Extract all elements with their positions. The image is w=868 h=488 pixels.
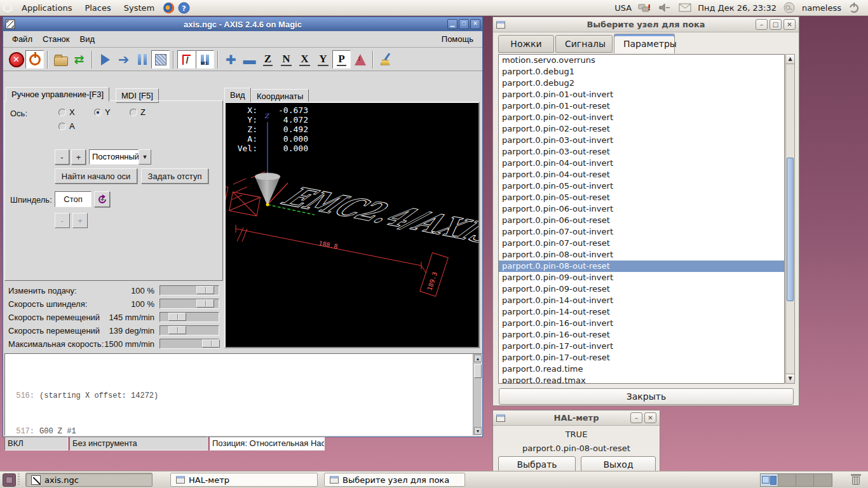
spindle-faster-button[interactable]: + [72,213,88,228]
spindle-forward-button[interactable] [94,191,110,207]
hal-parameter-item[interactable]: parport.0.pin-01-out-reset [499,100,784,112]
keyboard-layout-indicator[interactable]: USA [614,3,632,13]
scroll-down-icon[interactable]: ▼ [786,374,794,383]
system-menu[interactable]: System [118,0,161,16]
slider-track[interactable] [159,339,219,349]
slider-handle[interactable] [196,286,214,294]
spindle-slower-button[interactable]: - [55,213,70,228]
close-button[interactable]: ✕ [783,19,796,30]
slider-handle[interactable] [196,299,214,308]
scrollbar-thumb[interactable] [787,158,794,301]
hal-parameter-item[interactable]: parport.0.pin-05-out-invert [499,180,784,192]
view-side-button[interactable]: X [295,50,314,69]
trash-icon[interactable] [849,473,863,487]
hal-parameter-item[interactable]: parport.0.pin-08-out-invert [499,249,784,261]
workspace-3[interactable] [796,474,814,486]
maximize-button[interactable]: □ [459,19,469,29]
hal-parameter-item[interactable]: parport.0.pin-07-out-invert [499,226,784,238]
hal-parameter-item[interactable]: parport.0.pin-04-out-invert [499,158,784,169]
spindle-stop-button[interactable]: Стоп [55,191,92,207]
user-avatar-icon[interactable] [783,1,796,14]
applications-menu[interactable]: Applications [15,0,78,16]
scrollbar-thumb[interactable] [474,364,482,378]
gcode-listing[interactable]: 516:(starting X offset: 14272) 517:G00 Z… [4,353,482,436]
hal-parameter-item[interactable]: parport.0.pin-17-out-invert [499,341,784,352]
hal-parameter-item[interactable]: parport.0.debug1 [499,66,784,78]
hal-parameter-item[interactable]: parport.0.pin-06-out-reset [499,215,784,226]
hal-parameter-list[interactable]: motion.servo.overruns parport.0.debug1 p… [498,54,785,384]
zoom-in-button[interactable]: ✚ [222,50,240,69]
hal-parameter-item[interactable]: parport.0.pin-14-out-invert [499,295,784,306]
tab-signals[interactable]: Сигналы [555,35,613,53]
hal-parameter-item[interactable]: parport.0.pin-01-out-invert [499,89,784,100]
tab-pins[interactable]: Ножки [498,35,554,53]
hal-parameter-item[interactable]: parport.0.debug2 [499,78,784,89]
scroll-down-icon[interactable]: ▼ [474,427,482,435]
volume-muted-icon[interactable] [658,1,671,14]
axis-radio-y[interactable]: Y [94,107,111,117]
menu-machine[interactable]: Станок [39,33,74,45]
hal-parameter-item[interactable]: parport.0.pin-08-out-reset [499,261,784,272]
axis-radio-a[interactable]: A [58,121,75,131]
jog-minus-button[interactable]: - [55,149,69,165]
mail-notification-icon[interactable] [679,1,691,14]
hal-parameter-item[interactable]: parport.0.pin-03-out-invert [499,135,784,146]
menu-file[interactable]: Файл [8,33,36,45]
hal-meter-titlebar[interactable]: HAL-метр – ✕ [493,410,660,426]
close-button[interactable]: ✕ [470,19,480,29]
hal-parameter-item[interactable]: parport.0.pin-06-out-invert [499,203,784,215]
hal-parameter-item[interactable]: parport.0.pin-05-out-reset [499,192,784,203]
view-perspective-button[interactable]: P [332,50,351,69]
hal-parameter-item[interactable]: parport.0.pin-16-out-reset [499,329,784,341]
view-top-button[interactable]: Z [259,50,277,69]
stop-program-button[interactable] [151,50,170,69]
workspace-1[interactable] [761,474,778,486]
emergency-stop-button[interactable]: ✕ [7,50,25,69]
scroll-up-icon[interactable]: ▲ [474,355,482,362]
places-menu[interactable]: Places [78,0,117,16]
optional-stop-toggle[interactable]: M1 [196,50,214,69]
hal-parameter-item[interactable]: parport.0.pin-09-out-invert [499,272,784,283]
close-button[interactable]: ✕ [644,412,656,423]
firefox-launcher-icon[interactable] [162,1,175,14]
taskbar-item-axis[interactable]: axis.ngc [25,473,153,487]
reload-file-button[interactable]: ⇄ [70,50,88,69]
workspace-4[interactable] [814,474,832,486]
skip-lines-toggle[interactable]: / [177,50,196,69]
machine-power-button[interactable] [25,50,44,69]
hal-parameter-item[interactable]: motion.servo.overruns [499,55,784,66]
taskbar-item-haldialog[interactable]: Выберите узел для пока [324,473,465,487]
gcode-line[interactable]: 517:G00 Z #1 [8,427,471,436]
hal-parameter-item[interactable]: parport.0.pin-16-out-invert [499,318,784,329]
view-front-button[interactable]: Y [314,50,332,69]
help-launcher-icon[interactable]: ? [177,1,190,14]
hal-parameter-item[interactable]: parport.0.pin-14-out-reset [499,306,784,318]
axis-radio-z[interactable]: Z [130,107,146,117]
user-name[interactable]: nameless [802,3,841,13]
zoom-out-button[interactable]: ▬ [240,50,259,69]
network-status-icon[interactable]: ! [638,1,651,14]
gcode-scrollbar[interactable]: ▲ ▼ [473,354,482,435]
hal-parameter-item[interactable]: parport.0.read.time [499,363,784,375]
slider-track[interactable] [159,285,219,295]
hal-list-scrollbar[interactable]: ▲ ▼ [785,54,795,384]
gcode-line[interactable]: 516:(starting X offset: 14272) [8,391,471,400]
tab-preview[interactable]: Вид [224,88,251,102]
hal-parameter-item[interactable]: parport.0.pin-04-out-reset [499,169,784,180]
home-axis-button[interactable]: Найти начало оси [55,168,137,184]
slider-track[interactable] [159,325,219,336]
clock[interactable]: Пнд Дек 26, 23:32 [698,3,776,13]
run-program-button[interactable] [96,50,114,69]
axis-titlebar[interactable]: axis.ngc - AXIS 2.4.6 on Magic ▁ □ ✕ [3,17,482,31]
workspace-2[interactable] [778,474,796,486]
hal-dialog-titlebar[interactable]: Выберите узел для пока – □ ✕ [493,17,799,32]
minimize-button[interactable]: ▁ [447,19,458,29]
view-rotated-top-button[interactable]: N [277,50,295,69]
tab-parameters[interactable]: Параметры [614,34,675,53]
scroll-up-icon[interactable]: ▲ [786,55,794,64]
axis-radio-x[interactable]: X [58,107,75,117]
minimize-button[interactable]: – [756,19,768,30]
hal-parameter-item[interactable]: parport.0.pin-09-out-reset [499,283,784,295]
menu-view[interactable]: Вид [76,33,99,45]
jog-plus-button[interactable]: + [71,149,86,165]
